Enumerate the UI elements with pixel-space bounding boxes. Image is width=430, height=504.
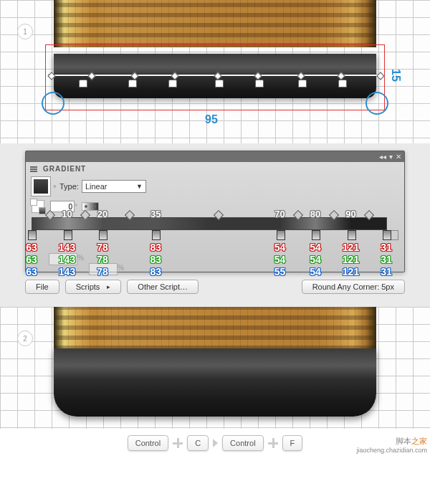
gradient-color-stop[interactable] bbox=[28, 230, 37, 240]
gradient-end-handle-circle bbox=[366, 92, 388, 115]
stop-rgb-values: 313131 bbox=[381, 242, 392, 278]
then-icon bbox=[213, 439, 218, 447]
width-dimension-label: 95 bbox=[205, 113, 218, 126]
stop-position-label: 70 bbox=[274, 209, 285, 219]
gradient-color-stop[interactable] bbox=[312, 230, 320, 240]
panel-collapse-icon[interactable]: ◂◂ bbox=[379, 153, 386, 161]
keyboard-shortcut-hint: Control C Control F 脚本之家 jiaocheng.chazi… bbox=[0, 429, 430, 457]
gradient-color-stop[interactable] bbox=[383, 230, 391, 240]
gradient-color-stop[interactable] bbox=[99, 230, 108, 240]
gradient-annotator-line[interactable] bbox=[49, 75, 381, 76]
key-f: F bbox=[282, 435, 303, 451]
canvas-step-1: 1 95 15 bbox=[0, 0, 430, 143]
panel-menu-icon[interactable]: ▾ bbox=[389, 153, 393, 161]
stop-position-label: 10 bbox=[62, 209, 72, 219]
scripts-menu-button[interactable]: Scripts ▸ bbox=[65, 280, 122, 294]
canvas-step-2: 2 bbox=[0, 307, 430, 429]
gradient-type-dropdown[interactable]: Linear ▼ bbox=[82, 180, 146, 193]
key-control-1: Control bbox=[128, 435, 168, 451]
type-label: Type: bbox=[59, 182, 79, 191]
stop-rgb-values: 545455 bbox=[274, 242, 286, 278]
stop-position-label: 35 bbox=[150, 209, 161, 219]
artwork-metal-bar-rounded[interactable] bbox=[54, 348, 376, 417]
stop-rgb-values: 636363 bbox=[26, 242, 37, 278]
chevron-down-icon: ▼ bbox=[136, 183, 143, 190]
panel-close-icon[interactable]: ✕ bbox=[396, 153, 401, 161]
step-badge-2: 2 bbox=[17, 331, 33, 346]
panel-options-icon[interactable] bbox=[30, 166, 37, 172]
gradient-ramp[interactable]: Opacity: % % 102035708090636363143143143… bbox=[32, 217, 398, 229]
stop-rgb-values: 121121121 bbox=[343, 242, 359, 278]
submenu-arrow-icon: ▸ bbox=[107, 283, 110, 290]
panel-titlebar[interactable]: ◂◂ ▾ ✕ bbox=[26, 151, 404, 162]
height-dimension-label: 15 bbox=[389, 69, 402, 82]
round-any-corner-button[interactable]: Round Any Corner: 5px bbox=[302, 280, 405, 294]
stop-rgb-values: 545454 bbox=[310, 242, 321, 278]
gradient-color-stop[interactable] bbox=[348, 230, 356, 240]
gradient-fill-swatch[interactable] bbox=[32, 177, 50, 196]
file-menu-button[interactable]: File bbox=[25, 280, 59, 294]
key-control-2: Control bbox=[222, 435, 263, 451]
artwork-wood-band bbox=[54, 0, 376, 47]
gradient-color-stop[interactable] bbox=[64, 230, 72, 240]
stop-position-label: 90 bbox=[345, 209, 355, 219]
gradient-origin-handle-circle bbox=[42, 92, 64, 115]
reverse-gradient-icon[interactable] bbox=[82, 202, 99, 211]
stop-rgb-values: 143143143 bbox=[59, 242, 75, 278]
other-script-button[interactable]: Other Script… bbox=[127, 280, 199, 294]
gradient-panel: ◂◂ ▾ ✕ GRADIENT ▾ Type: Linear ▼ ° bbox=[25, 151, 405, 272]
artwork-wood-band-2 bbox=[54, 307, 376, 350]
key-c: C bbox=[187, 435, 209, 451]
plus-icon bbox=[173, 438, 183, 448]
gradient-tab[interactable]: GRADIENT bbox=[43, 165, 86, 173]
gradient-color-stop[interactable] bbox=[277, 230, 285, 240]
stop-position-label: 20 bbox=[97, 209, 108, 219]
stop-rgb-values: 787878 bbox=[97, 242, 108, 278]
watermark: 脚本之家 jiaocheng.chazidian.com bbox=[356, 437, 427, 455]
stop-position-label: 80 bbox=[310, 209, 320, 219]
stop-rgb-values: 838383 bbox=[150, 242, 161, 278]
stroke-fill-toggle[interactable] bbox=[32, 200, 44, 213]
step-badge-1: 1 bbox=[17, 24, 33, 39]
plus-icon-2 bbox=[268, 438, 278, 448]
gradient-color-stop[interactable] bbox=[152, 230, 161, 240]
